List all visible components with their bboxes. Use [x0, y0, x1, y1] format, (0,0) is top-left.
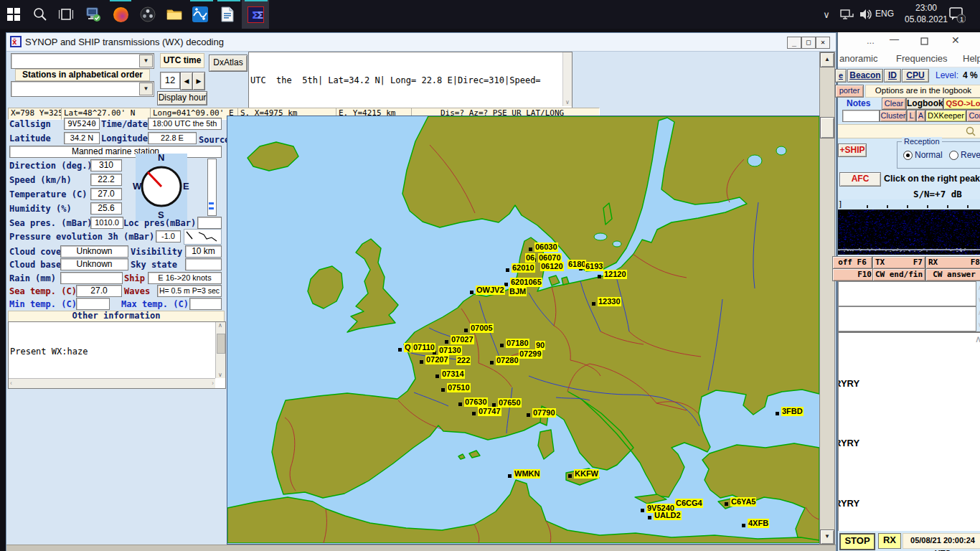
hour-decrement-button[interactable]: ◀	[180, 72, 193, 90]
map-station-label[interactable]: 62010	[512, 263, 535, 273]
task-view-icon[interactable]	[57, 6, 75, 23]
scroll-up-icon[interactable]: ▲	[820, 52, 834, 67]
map-station-label[interactable]: C6CG4	[675, 499, 703, 508]
callsign-field[interactable]: 9V5240	[64, 118, 100, 130]
map-station-label[interactable]: 12120	[603, 270, 627, 279]
cw-end-button[interactable]: CW end/fin	[872, 268, 925, 281]
chevron-down-icon[interactable]: ▼	[139, 55, 153, 67]
other-info-box[interactable]: Present WX:haze ...Past 1 WX:cloud cover…	[8, 321, 226, 389]
scrollbar-thumb[interactable]	[217, 334, 225, 354]
scroll-down-icon[interactable]: ∨	[564, 99, 571, 105]
waterfall-canvas[interactable]	[838, 209, 980, 255]
afc-button[interactable]: AFC	[839, 172, 881, 187]
station-combo-bottom[interactable]: ▼	[11, 81, 154, 97]
map-station-label[interactable]: WMKN	[514, 469, 540, 479]
map-station-label[interactable]: 4XFB	[748, 519, 769, 528]
clear-button[interactable]: Clear	[882, 98, 906, 110]
menu-help[interactable]: Help	[963, 53, 980, 64]
seatty-icon[interactable]: ΣΣ	[247, 6, 264, 23]
map-station-label[interactable]: 6180	[567, 260, 586, 269]
start-button[interactable]	[5, 6, 22, 23]
synop-ship-button[interactable]: +SHIP	[838, 143, 867, 157]
decoded-scrollbar[interactable]: ∨	[562, 52, 572, 106]
map-station-label[interactable]: 07314	[441, 369, 465, 379]
search-strip[interactable]	[838, 124, 980, 138]
radio-reverse-label[interactable]: Revers	[961, 150, 980, 160]
scroll-down-icon[interactable]: ∨	[216, 372, 225, 378]
remote-computer-icon[interactable]	[85, 6, 102, 23]
network-icon[interactable]	[838, 6, 855, 23]
clock-time[interactable]: 23:00	[903, 3, 950, 13]
map-station-label[interactable]: 07005	[470, 324, 494, 333]
min-temp-field[interactable]	[76, 298, 110, 310]
ship-field[interactable]: E 16->20 knots	[148, 272, 222, 284]
notification-icon[interactable]: 1	[948, 6, 966, 23]
search-icon[interactable]	[32, 6, 49, 23]
map-station-label[interactable]: 07180	[506, 339, 529, 348]
f10-button[interactable]: F10	[832, 268, 875, 281]
magnifier-icon[interactable]	[966, 126, 976, 136]
cluster-button[interactable]: Cluster	[880, 110, 907, 122]
obs-icon[interactable]	[139, 6, 156, 23]
display-hour-button[interactable]: Display hour	[157, 91, 207, 105]
map-station-label[interactable]: 07027	[451, 335, 474, 344]
map-station-label[interactable]: 07130	[438, 346, 462, 355]
map-station-label[interactable]: 6201065	[510, 278, 542, 287]
rx-window[interactable]: ∧ RYRY RYRY RYRY	[838, 331, 980, 532]
timedate-field[interactable]: 18:00 UTC the 5th	[148, 118, 222, 130]
language-indicator[interactable]: ENG	[875, 9, 894, 19]
button-e[interactable]: e	[835, 69, 847, 83]
scroll-right-icon[interactable]: ›	[212, 380, 214, 387]
decoded-message-box[interactable]: UTC the 5th| Lat=34.2 N| Long= 22.8 E|Di…	[248, 52, 573, 108]
scrollbar-thumb[interactable]	[820, 117, 834, 138]
beacon-button[interactable]: Beacon	[847, 69, 883, 83]
right-app-title-bar[interactable]: ... — ✕	[838, 32, 980, 52]
minimize-button[interactable]: _	[787, 37, 801, 49]
hour-increment-button[interactable]: ▶	[192, 72, 205, 90]
reporter-button[interactable]: porter	[835, 85, 864, 98]
writer-icon[interactable]	[219, 6, 236, 23]
file-explorer-icon[interactable]	[166, 6, 183, 23]
frequency-scale[interactable]: ]	[838, 199, 980, 209]
temperature-field[interactable]: 27.0	[90, 188, 122, 200]
map-vscrollbar[interactable]: ▲ ▼	[819, 52, 835, 545]
map-station-label[interactable]: 12330	[598, 297, 621, 306]
map-station-label[interactable]: 07650	[498, 398, 522, 408]
map-station-label[interactable]: 06120	[540, 262, 564, 271]
longitude-field[interactable]: 22.8 E	[148, 132, 197, 144]
map-station-label[interactable]: C6YA5	[730, 497, 756, 507]
map-station-label[interactable]: 07207	[425, 355, 449, 364]
firefox-icon[interactable]	[112, 6, 129, 23]
close-button[interactable]: ✕	[951, 34, 960, 46]
visibility-field[interactable]: 10 km	[185, 245, 222, 258]
minimize-button[interactable]: —	[890, 34, 899, 44]
map-station-label[interactable]: 07280	[496, 356, 519, 365]
multipsk-icon[interactable]	[192, 6, 209, 23]
max-temp-field[interactable]	[189, 298, 222, 310]
map-station-label[interactable]: 222	[456, 356, 471, 365]
cpu-button[interactable]: CPU	[902, 69, 929, 83]
map-station-label[interactable]: OWJV2	[476, 286, 505, 295]
map-station-label[interactable]: 6193	[585, 262, 603, 271]
scroll-down-icon[interactable]: ▼	[820, 529, 834, 545]
dxkeeper-button[interactable]: DXKeeper	[925, 110, 966, 122]
tray-chevron-icon[interactable]: ∨	[818, 6, 835, 23]
pressure-evo-field[interactable]: -1.0	[156, 230, 181, 242]
waves-field[interactable]: H= 0.5 m P=3 sec	[157, 285, 222, 297]
humidity-field[interactable]: 25.6	[90, 202, 122, 215]
hour-field[interactable]: 12	[160, 72, 180, 89]
map-station-label[interactable]: 07299	[519, 349, 542, 359]
map-station-label[interactable]: 07790	[532, 408, 556, 418]
sea-temp-field[interactable]: 27.0	[76, 285, 122, 297]
cloud-cover-field[interactable]: Unknown	[60, 245, 128, 258]
map-station-label[interactable]: Q	[404, 343, 412, 352]
loc-pres-field[interactable]	[197, 217, 222, 229]
sea-pres-field[interactable]: 1010.0	[90, 217, 123, 229]
station-type-field[interactable]: Manned marine station	[9, 146, 222, 158]
other-info-vscrollbar[interactable]: ∧ ∨	[215, 322, 225, 378]
rx-mode-button[interactable]: RX	[878, 533, 901, 549]
station-combo-top[interactable]: ▼	[11, 53, 154, 69]
cloud-base-field[interactable]: Unknown	[60, 258, 128, 270]
l-button[interactable]: L	[907, 110, 916, 122]
map-station-label[interactable]: 07510	[447, 383, 471, 392]
